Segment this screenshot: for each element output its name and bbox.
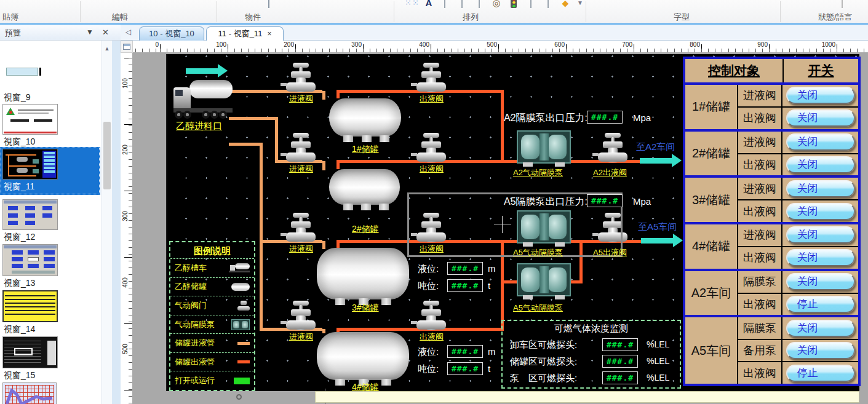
a5-backup-pump-label[interactable]: A5气动隔膜泵 [513, 303, 563, 314]
traffic-light-icon[interactable] [508, 0, 519, 9]
tank-1-label[interactable]: 1#储罐 [352, 144, 379, 155]
thumbnail-label[interactable]: 視窗_13 [4, 278, 35, 289]
thumbnail-window-9[interactable] [6, 68, 38, 76]
level-display[interactable]: ###.# [447, 262, 483, 275]
close-panel-icon[interactable]: ✕ [102, 28, 109, 37]
outlet-valve-1-label[interactable]: 出液阀 [420, 93, 444, 105]
tab-scroll-left-icon[interactable]: ◁ [125, 28, 131, 36]
image-icon[interactable] [439, 0, 450, 9]
switch-button[interactable]: 关闭 [786, 203, 855, 220]
grid-icon[interactable] [474, 0, 485, 9]
thumbnail-label[interactable]: 視窗_9 [4, 92, 31, 103]
panel-icon[interactable] [456, 0, 468, 9]
inlet-pipe[interactable] [229, 143, 263, 146]
switch-button[interactable]: 停止 [786, 365, 855, 382]
inlet-pipe[interactable] [260, 240, 263, 331]
machine-icon[interactable] [525, 0, 536, 9]
a2-pump-label[interactable]: A2气动隔膜泵 [513, 167, 563, 178]
switch-button[interactable]: 停止 [786, 296, 855, 313]
status-icon[interactable] [837, 0, 848, 9]
chevron-down-icon[interactable]: ▼ [86, 28, 94, 36]
tank-1[interactable] [329, 98, 401, 137]
inlet-valve-3[interactable] [286, 213, 316, 244]
thumbnail-window-14[interactable] [2, 290, 58, 322]
feed-arrow-icon[interactable] [186, 64, 228, 77]
selection-icon[interactable]: ⁙⁙ [405, 0, 416, 9]
thumbnail-label[interactable]: 視窗_14 [4, 324, 35, 335]
inlet-pipe[interactable] [322, 91, 325, 100]
tank-4[interactable] [317, 332, 409, 380]
text-icon[interactable]: A [423, 0, 434, 9]
inlet-pipe[interactable] [260, 143, 263, 243]
a2-diaphragm-pump[interactable] [517, 130, 571, 164]
thumbnail-label[interactable]: 視窗_10 [4, 137, 35, 148]
a2-outlet-valve-label[interactable]: A2出液阀 [593, 167, 627, 178]
thumbnail-label[interactable]: 視窗_11 [4, 181, 34, 192]
inlet-pipe[interactable] [322, 329, 325, 333]
outlet-pipe[interactable] [336, 92, 340, 98]
outlet-pipe[interactable] [570, 280, 583, 283]
thumbnail-window-11[interactable] [2, 149, 58, 180]
inlet-valve-1[interactable] [286, 63, 316, 93]
scroll-up-icon[interactable]: ▲ [102, 46, 112, 54]
switch-button[interactable]: 关闭 [786, 109, 855, 127]
switch-button[interactable]: 关闭 [786, 180, 855, 197]
outlet-valve-3-label[interactable]: 出液阀 [420, 244, 444, 255]
outlet-valve-4[interactable] [416, 301, 446, 331]
ruler-corner-icon[interactable] [121, 41, 133, 53]
thumbnail-label[interactable]: 視窗_15 [4, 370, 35, 381]
inlet-valve-4-label[interactable]: 进液阀 [289, 331, 313, 343]
thumbnail-window-11-selected[interactable]: 視窗_11 [0, 147, 100, 195]
level-display[interactable]: ###.# [447, 345, 483, 358]
thumbnail-window-16[interactable] [2, 382, 57, 404]
tank-3-label[interactable]: 3#储罐 [352, 303, 379, 314]
diamond-icon[interactable]: ◆ [560, 0, 571, 9]
inlet-pipe[interactable] [275, 118, 278, 163]
inlet-valve-4[interactable] [286, 301, 316, 331]
dropdown-caret-icon[interactable]: ▼ [575, 0, 586, 9]
thumbnail-window-13[interactable] [2, 244, 58, 276]
machine-2-icon[interactable] [543, 0, 554, 9]
tab-close-icon[interactable]: × [267, 30, 271, 38]
a2-pressure-display[interactable]: ###.# [587, 111, 623, 124]
thumbnail-window-10[interactable] [2, 104, 58, 135]
a5-outlet-valve-label[interactable]: A5出液阀 [593, 247, 627, 258]
inlet-valve-2[interactable] [286, 133, 316, 164]
switch-button[interactable]: 关闭 [786, 133, 855, 151]
gas-display[interactable]: ###.# [602, 338, 638, 351]
inlet-pipe[interactable] [229, 117, 278, 120]
inlet-valve-2-label[interactable]: 进液阀 [289, 164, 313, 175]
a2-outlet-valve[interactable] [598, 133, 627, 164]
outlet-valve-2[interactable] [416, 133, 446, 164]
tab-window-11[interactable]: 11 - 視窗_11× [206, 26, 284, 41]
tank-3[interactable] [317, 248, 409, 299]
clipboard-icon[interactable] [263, 0, 274, 9]
switch-button[interactable]: 关闭 [786, 249, 855, 266]
outlet-valve-4-label[interactable]: 出液阀 [420, 331, 444, 343]
switch-button[interactable]: 关闭 [786, 342, 855, 359]
a5-pump-label[interactable]: A5气动隔膜泵 [513, 247, 563, 258]
inlet-pipe[interactable] [322, 161, 325, 170]
meter-icon[interactable]: ◎ [491, 0, 502, 9]
thumbnail-window-12[interactable] [2, 199, 58, 230]
outlet-pipe[interactable] [501, 280, 517, 283]
switch-button[interactable]: 关闭 [786, 273, 855, 290]
outlet-valve-2-label[interactable]: 出液阀 [420, 164, 444, 175]
ethanol-truck[interactable] [173, 79, 234, 119]
switch-button[interactable]: 关闭 [786, 156, 855, 173]
tank-4-label[interactable]: 4#储罐 [352, 382, 379, 393]
a5-pressure-display[interactable]: ###.# [587, 194, 623, 207]
hmi-screen-canvas[interactable]: 乙醇进料口 1#储罐 2#储罐 3#储罐 4#储罐 进液阀 出液阀 [166, 54, 859, 391]
tab-window-10[interactable]: 10 - 視窗_10 [139, 26, 204, 41]
gas-display[interactable]: ###.# [602, 355, 638, 368]
tonnage-display[interactable]: ###.# [447, 279, 483, 292]
inlet-pipe[interactable] [322, 241, 325, 249]
switch-button[interactable]: 关闭 [786, 226, 855, 244]
inlet-valve-3-label[interactable]: 进液阀 [289, 244, 313, 255]
outlet-pipe[interactable] [501, 90, 504, 162]
switch-button[interactable]: 关闭 [786, 320, 855, 337]
gas-display[interactable]: ###.# [602, 371, 638, 384]
scrollbar-thumb[interactable] [103, 122, 111, 189]
inlet-valve-1-label[interactable]: 进液阀 [289, 93, 313, 105]
truck-label[interactable]: 乙醇进料口 [176, 121, 222, 132]
